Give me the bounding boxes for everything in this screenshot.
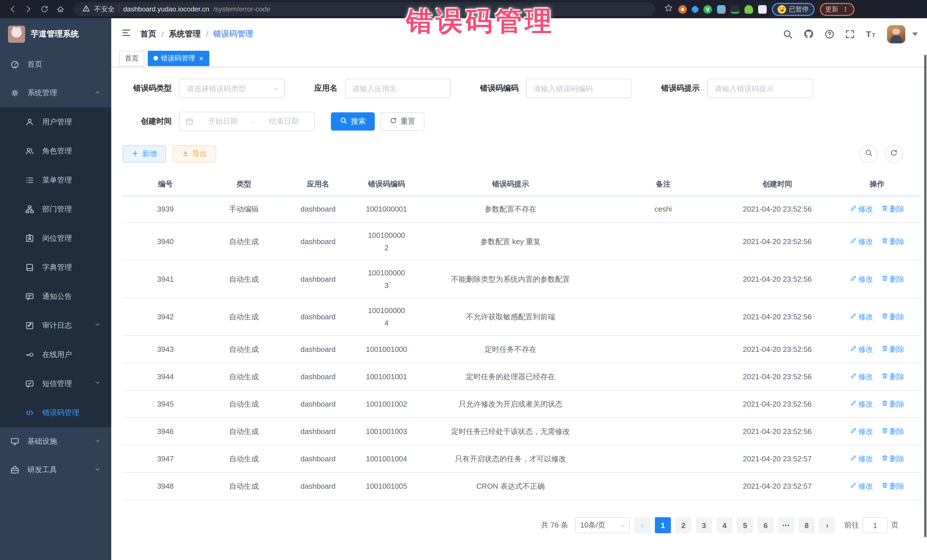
sidebar-item-role-mgmt[interactable]: 角色管理 [0, 136, 111, 165]
search-icon[interactable] [783, 29, 793, 39]
sidebar-item-home[interactable]: 首页 [0, 50, 111, 79]
close-icon[interactable]: × [199, 55, 204, 62]
edit-link[interactable]: 修改 [850, 399, 873, 409]
breadcrumb-system[interactable]: 系统管理 [169, 29, 201, 39]
sidebar-item-online-users[interactable]: 在线用户 [0, 340, 111, 369]
security-label: 不安全 [94, 4, 115, 14]
extension-icon[interactable] [745, 5, 753, 14]
sidebar-item-notice[interactable]: 通知公告 [0, 282, 111, 311]
reset-button[interactable]: 重置 [380, 112, 424, 131]
profile-chip[interactable]: 已暂停 [772, 3, 815, 16]
page-size-select[interactable]: 10条/页 [575, 517, 630, 533]
delete-icon [881, 205, 888, 213]
delete-link[interactable]: 删除 [881, 454, 904, 464]
extension-icon[interactable] [678, 5, 687, 14]
update-button[interactable]: 更新 ⋮ [819, 3, 854, 16]
delete-link[interactable]: 删除 [881, 372, 904, 382]
page-button-3[interactable]: 3 [696, 517, 712, 533]
extension-icon[interactable] [690, 5, 699, 14]
export-button[interactable]: 导出 [173, 146, 216, 162]
back-icon[interactable] [6, 2, 20, 16]
window-scrollbar[interactable] [924, 55, 926, 537]
divider [119, 5, 119, 13]
dashboard-icon [10, 60, 20, 69]
delete-link[interactable]: 删除 [881, 204, 904, 214]
tab-error-code[interactable]: 错误码管理 × [148, 50, 209, 66]
reload-icon[interactable] [38, 2, 51, 16]
page-button-6[interactable]: 6 [758, 517, 774, 533]
edit-link[interactable]: 修改 [850, 344, 873, 354]
delete-link[interactable]: 删除 [881, 312, 904, 322]
edit-link[interactable]: 修改 [850, 312, 873, 322]
show-search-button[interactable] [860, 145, 878, 163]
delete-link[interactable]: 删除 [881, 399, 904, 409]
next-page-button[interactable]: › [819, 517, 835, 533]
github-icon[interactable] [803, 29, 814, 39]
app-logo[interactable]: 芋道管理系统 [0, 18, 111, 50]
page-button-5[interactable]: 5 [737, 517, 753, 533]
more-pages-button[interactable]: ••• [778, 517, 794, 533]
delete-link[interactable]: 删除 [881, 481, 904, 491]
forward-icon[interactable] [22, 2, 35, 16]
extension-icon[interactable] [717, 5, 726, 14]
fullscreen-icon[interactable] [845, 29, 855, 39]
url-bar[interactable]: 不安全 dashboard.yudao.iocoder.cn/system/er… [74, 2, 655, 16]
refresh-table-button[interactable] [885, 145, 903, 163]
more-menu-icon[interactable]: ⋮ [842, 6, 849, 12]
edit-link[interactable]: 修改 [850, 481, 873, 491]
error-code-input[interactable] [526, 79, 632, 98]
font-size-icon[interactable]: TT [865, 29, 877, 39]
prev-page-button[interactable]: ‹ [634, 517, 650, 533]
hamburger-icon[interactable] [120, 28, 136, 40]
add-button[interactable]: 新增 [123, 146, 166, 162]
tab-home[interactable]: 首页 [119, 50, 144, 66]
edit-link[interactable]: 修改 [850, 454, 873, 464]
breadcrumb-home[interactable]: 首页 [140, 29, 156, 39]
page-button-2[interactable]: 2 [675, 517, 691, 533]
page-button-4[interactable]: 4 [716, 517, 732, 533]
extension-icon[interactable]: V [704, 5, 712, 14]
sidebar-item-dict-mgmt[interactable]: 字典管理 [0, 253, 111, 282]
caret-down-icon[interactable] [912, 32, 918, 36]
sidebar-item-user-mgmt[interactable]: 用户管理 [0, 107, 111, 136]
error-tip-input[interactable] [707, 79, 813, 98]
table-row: 3940自动生成dashboard100100000 2参数配置 key 重复2… [123, 223, 921, 260]
sidebar-item-infra[interactable]: 基础设施 [0, 427, 111, 456]
page-button-8[interactable]: 8 [799, 517, 815, 533]
edit-link[interactable]: 修改 [850, 372, 873, 382]
sidebar-item-dept-mgmt[interactable]: 部门管理 [0, 194, 111, 223]
star-icon[interactable] [664, 3, 673, 15]
sidebar-item-devtools[interactable]: 研发工具 [0, 456, 111, 484]
avatar[interactable] [887, 25, 905, 43]
edit-link[interactable]: 修改 [850, 426, 873, 437]
delete-link[interactable]: 删除 [881, 344, 904, 354]
puzzle-icon[interactable] [758, 5, 767, 14]
chevron-down-icon [94, 379, 101, 388]
edit-link[interactable]: 修改 [850, 274, 873, 284]
sidebar-item-audit-log[interactable]: 审计日志 [0, 311, 111, 340]
app-name-input[interactable] [345, 79, 450, 98]
delete-link[interactable]: 删除 [881, 237, 904, 247]
help-icon[interactable] [824, 29, 834, 39]
delete-link[interactable]: 删除 [881, 274, 904, 284]
sidebar-item-system[interactable]: 系统管理 [0, 79, 111, 107]
edit-link[interactable]: 修改 [850, 237, 873, 247]
chevron-down-icon [94, 437, 101, 446]
home-icon[interactable] [54, 2, 67, 16]
table-row: 3945自动生成dashboard1001001002只允许修改为开启或者关闭状… [123, 390, 921, 418]
goto-page-input[interactable] [863, 517, 887, 533]
sidebar-item-sms-mgmt[interactable]: 短信管理 [0, 369, 111, 398]
sidebar-item-post-mgmt[interactable]: 岗位管理 [0, 223, 111, 253]
extension-icon[interactable] [731, 5, 739, 14]
column-header-created: 创建时间 [722, 173, 833, 195]
edit-link[interactable]: 修改 [850, 204, 873, 214]
sidebar-item-menu-mgmt[interactable]: 菜单管理 [0, 165, 111, 194]
error-type-select[interactable] [179, 79, 285, 98]
filter-label-tip: 错误码提示 [661, 83, 700, 94]
date-range-picker[interactable]: 开始日期 - 结束日期 [179, 112, 315, 131]
search-button[interactable]: 搜索 [331, 112, 375, 131]
delete-link[interactable]: 删除 [881, 426, 904, 437]
sidebar-item-error-code[interactable]: 错误码管理 [0, 398, 111, 427]
badge-icon [25, 234, 34, 243]
page-button-1[interactable]: 1 [655, 517, 671, 533]
